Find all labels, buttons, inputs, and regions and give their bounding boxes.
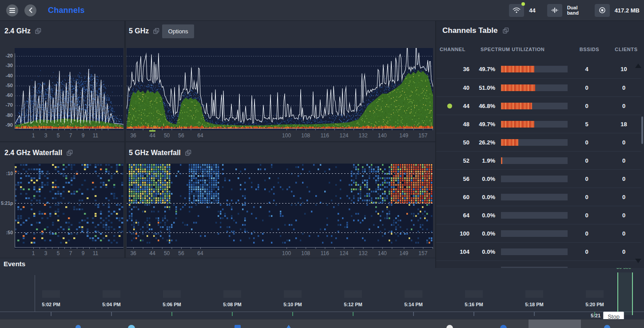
cell-utilization-bar xyxy=(495,103,567,109)
timeline-tick xyxy=(473,312,474,316)
section-divider xyxy=(0,141,435,142)
taskbar-icon[interactable] xyxy=(500,325,507,328)
chevron-left-icon xyxy=(29,8,32,13)
cell-bssids: 0 xyxy=(567,248,606,255)
waterfall-5ghz-title: 5 GHz Waterfall xyxy=(129,149,181,157)
table-row[interactable]: 1080.0%00 xyxy=(436,260,641,268)
cell-clients: 0 xyxy=(606,194,641,200)
cell-utilization-bar xyxy=(495,194,567,200)
timeline-time-label: 5:20 PM xyxy=(585,302,604,307)
taskbar-icon[interactable] xyxy=(76,325,81,328)
spectrum-5ghz-title: 5 GHz xyxy=(129,27,149,35)
utilization-bar-track xyxy=(501,248,568,255)
os-taskbar xyxy=(0,319,644,328)
capture-button[interactable] xyxy=(595,4,610,17)
utilization-bar-fill xyxy=(501,103,532,109)
timeline-selection[interactable] xyxy=(617,272,633,315)
waterfall-5ghz-header: 5 GHz Waterfall xyxy=(129,149,191,157)
x-tick-label: 140 xyxy=(378,250,387,256)
spectrum-5ghz-chart[interactable] xyxy=(127,48,433,130)
cell-channel: 44 xyxy=(436,103,469,109)
cell-channel: 52 xyxy=(436,157,469,164)
target-icon xyxy=(599,7,606,14)
utilization-bar-track xyxy=(501,139,568,146)
utilization-bar-fill xyxy=(501,84,535,91)
copy-icon[interactable] xyxy=(67,150,73,156)
x-tick-label: 124 xyxy=(339,250,348,256)
app-root: Channels 44 Dual band xyxy=(0,0,644,328)
y-tick-label: -40 xyxy=(1,73,13,78)
table-row[interactable]: 600.0%00 xyxy=(436,188,641,206)
copy-icon[interactable] xyxy=(35,28,41,34)
cell-utilization: 0.0% xyxy=(469,212,495,219)
col-header-channel[interactable]: CHANNEL xyxy=(440,47,465,52)
event-ghost xyxy=(465,290,483,298)
y-tick-label: -90 xyxy=(1,122,13,128)
band-value: Dual band xyxy=(567,5,583,16)
table-row[interactable]: 4051.0%00 xyxy=(436,78,641,96)
table-row[interactable]: 3649.7%410 xyxy=(436,60,641,78)
spectrum-24ghz-chart[interactable] xyxy=(15,48,123,130)
cell-channel: 50 xyxy=(436,139,469,146)
spectrum-5ghz-header: 5 GHz xyxy=(129,27,159,35)
y-tick-label: -80 xyxy=(1,112,13,118)
active-channel-marker xyxy=(149,130,155,132)
timeline-tick xyxy=(111,312,112,316)
taskbar-icon[interactable] xyxy=(235,325,241,328)
col-header-clients[interactable]: CLIENTS xyxy=(609,47,643,52)
col-header-bssids[interactable]: BSSIDS xyxy=(572,47,607,52)
taskbar-active-app[interactable] xyxy=(529,320,581,328)
table-row[interactable]: 4446.8%00 xyxy=(436,96,641,115)
back-button[interactable] xyxy=(24,4,36,16)
wifi-button[interactable] xyxy=(509,4,524,17)
cell-bssids: 0 xyxy=(567,157,606,164)
taskbar-icon[interactable] xyxy=(128,325,135,328)
cell-utilization-bar xyxy=(495,267,567,268)
copy-icon[interactable] xyxy=(185,150,191,156)
copy-icon[interactable] xyxy=(153,28,159,34)
cell-channel: 104 xyxy=(436,248,469,255)
x-tick-label: 149 xyxy=(399,132,408,139)
event-ghost xyxy=(344,290,362,298)
table-row[interactable]: 5026.2%00 xyxy=(436,133,641,151)
spectrum-mode-button[interactable] xyxy=(547,4,562,17)
y-tick-label: -30 xyxy=(1,63,13,68)
table-row[interactable]: 1040.0%00 xyxy=(436,242,641,260)
waterfall-5ghz-chart[interactable] xyxy=(127,164,433,249)
col-header-utilization[interactable]: SPECTRUM UTILIZATION xyxy=(481,47,545,52)
cell-utilization: 0.0% xyxy=(469,267,495,268)
taskbar-icon[interactable] xyxy=(446,325,453,328)
timeline-tick xyxy=(51,312,52,316)
cell-utilization-bar xyxy=(495,84,567,91)
x-tick-label: 64 xyxy=(197,132,203,139)
scroll-down-arrow[interactable] xyxy=(635,259,641,263)
table-row[interactable]: 640.0%00 xyxy=(436,206,641,224)
table-row[interactable]: 4849.7%518 xyxy=(436,115,641,133)
timeline-time-label: 5:12 PM xyxy=(344,302,362,307)
cell-utilization: 1.9% xyxy=(469,157,495,164)
utilization-bar-track xyxy=(501,176,568,182)
timeline-tick xyxy=(534,312,535,316)
x-tick-label: 116 xyxy=(321,132,329,139)
table-row[interactable]: 560.0%00 xyxy=(436,169,641,188)
taskbar-icon[interactable] xyxy=(604,325,610,328)
current-time-label: 5:21 xyxy=(591,313,600,318)
x-tick-label: 7 xyxy=(69,132,72,139)
taskbar-icon[interactable] xyxy=(285,325,292,328)
copy-icon[interactable] xyxy=(503,28,509,34)
menu-button[interactable] xyxy=(6,4,18,16)
cell-utilization: 46.8% xyxy=(469,103,495,109)
timeline-time-label: 5:10 PM xyxy=(283,302,302,307)
x-tick-label: 157 xyxy=(418,132,427,139)
channels-table-header: Channels Table xyxy=(442,26,509,35)
table-row[interactable]: 1000.0%00 xyxy=(436,224,641,242)
table-row[interactable]: 521.9%00 xyxy=(436,151,641,169)
waterfall-24ghz-chart[interactable] xyxy=(15,164,123,249)
utilization-bar-track xyxy=(501,157,568,164)
options-button[interactable]: Options xyxy=(162,24,194,38)
cell-utilization-bar xyxy=(495,230,567,237)
scroll-up-arrow[interactable] xyxy=(635,64,641,68)
cell-clients: 0 xyxy=(606,139,641,146)
y-tick-label: -20 xyxy=(1,53,13,58)
table-scrollbar[interactable] xyxy=(641,116,643,144)
